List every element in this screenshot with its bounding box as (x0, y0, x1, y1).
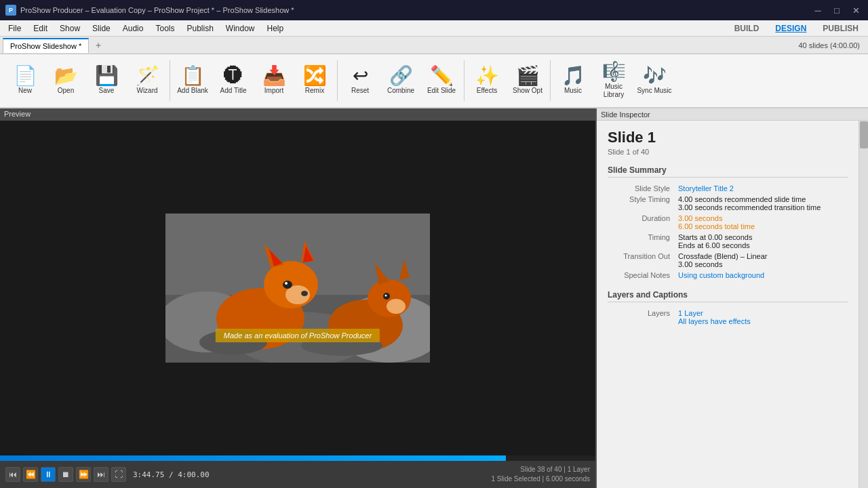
tab-add-button[interactable]: ＋ (92, 39, 105, 52)
duration-total-link[interactable]: 6.00 seconds total time (678, 222, 755, 230)
tab-proshow-slideshow[interactable]: ProShow Slideshow * (3, 38, 89, 53)
combine-icon: 🔗 (389, 66, 413, 85)
window-title: ProShow Producer – Evaluation Copy – Pro… (20, 6, 294, 14)
preview-panel: Preview (0, 108, 597, 488)
menu-slide[interactable]: Slide (87, 22, 116, 35)
build-design-publish: BUILD DESIGN PUBLISH (728, 22, 865, 35)
add-title-label: Add Title (220, 87, 247, 95)
toolbar-edit-slide[interactable]: ✏️ Edit Slide (422, 57, 461, 104)
preview-progress-fill[interactable] (0, 455, 506, 461)
music-library-label: Music Library (596, 83, 631, 99)
add-blank-label: Add Blank (177, 87, 208, 95)
toolbar-sync-music[interactable]: 🎶 Sync Music (635, 57, 674, 104)
titlebar-controls[interactable]: ─ □ ✕ (811, 3, 863, 17)
menu-publish[interactable]: Publish (181, 22, 218, 35)
time-display: 3:44.75 / 4:00.00 (133, 470, 210, 479)
toolbar-music[interactable]: 🎵 Music (553, 57, 593, 104)
music-icon: 🎵 (561, 66, 585, 85)
style-timing-label: Style Timing (608, 194, 675, 213)
forward-button[interactable]: ⏩ (76, 467, 91, 482)
layers-captions-title: Layers and Captions (608, 290, 848, 302)
save-icon: 💾 (95, 66, 119, 85)
style-timing-value: 4.00 seconds recommended slide time 3.00… (675, 194, 848, 213)
minimize-button[interactable]: ─ (811, 3, 825, 17)
svg-point-12 (283, 281, 292, 289)
menu-window[interactable]: Window (220, 22, 260, 35)
menu-help[interactable]: Help (262, 22, 290, 35)
duration-link[interactable]: 3.00 seconds (678, 214, 722, 222)
duration-label: Duration (608, 213, 675, 232)
publish-button[interactable]: PUBLISH (816, 22, 865, 35)
stop-button[interactable]: ⏹ (58, 467, 73, 482)
layers-value: 1 Layer All layers have effects (675, 308, 848, 327)
edit-slide-icon: ✏️ (430, 66, 454, 85)
toolbar-add-title[interactable]: 🅣 Add Title (214, 57, 253, 104)
open-icon: 📂 (54, 66, 78, 85)
preview-controls: ⏮ ⏪ ⏸ ⏹ ⏩ ⏭ ⛶ 3:44.75 / 4:00.00 Slide 38… (0, 461, 595, 488)
toolbar-show-opt[interactable]: 🎬 Show Opt (508, 57, 547, 104)
toolbar-music-library[interactable]: 🎼 Music Library (594, 57, 633, 104)
ffwd-button[interactable]: ⏭ (94, 467, 108, 482)
slide-summary-table: Slide Style Storyteller Title 2 Style Ti… (608, 183, 848, 281)
inspector-panel: Slide Inspector Slide 1 Slide 1 of 40 Sl… (597, 108, 868, 488)
import-icon: 📥 (262, 66, 286, 85)
style-value[interactable]: Storyteller Title 2 (678, 184, 734, 192)
toolbar-separator-2 (337, 60, 338, 101)
pause-button[interactable]: ⏸ (41, 467, 56, 482)
menu-file[interactable]: File (3, 22, 26, 35)
toolbar-effects[interactable]: ✨ Effects (467, 57, 507, 104)
slide-subtext: Slide 1 of 40 (608, 148, 848, 156)
save-label: Save (99, 87, 115, 95)
app-icon: P (5, 5, 16, 16)
menu-tools[interactable]: Tools (150, 22, 180, 35)
preview-image: Made as an evaluation of ProShow Produce… (165, 214, 430, 363)
back-button[interactable]: ⏪ (23, 467, 38, 482)
layers-label: Layers (608, 308, 675, 327)
music-label: Music (564, 87, 582, 95)
toolbar-wizard[interactable]: 🪄 Wizard (127, 57, 167, 104)
notes-value[interactable]: Using custom background (678, 271, 764, 279)
svg-point-14 (301, 291, 308, 296)
layers-effects[interactable]: All layers have effects (678, 317, 751, 325)
toolbar-combine[interactable]: 🔗 Combine (381, 57, 420, 104)
effects-icon: ✨ (475, 66, 499, 85)
toolbar-import[interactable]: 📥 Import (254, 57, 294, 104)
inspector-scroll-thumb[interactable] (860, 121, 868, 148)
toolbar-save[interactable]: 💾 Save (87, 57, 126, 104)
show-opt-icon: 🎬 (516, 66, 540, 85)
menu-audio[interactable]: Audio (117, 22, 149, 35)
maximize-button[interactable]: □ (830, 3, 844, 17)
fullscreen-button[interactable]: ⛶ (111, 467, 126, 482)
slide-info: Slide 38 of 40 | 1 Layer 1 Slide Selecte… (492, 465, 590, 484)
titlebar-left: P ProShow Producer – Evaluation Copy – P… (5, 5, 294, 16)
add-blank-icon: 📋 (181, 66, 205, 85)
edit-slide-label: Edit Slide (427, 87, 456, 95)
toolbar-open[interactable]: 📂 Open (46, 57, 85, 104)
remix-icon: 🔀 (303, 66, 327, 85)
main-layout: Preview (0, 108, 868, 488)
toolbar-add-blank[interactable]: 📋 Add Blank (173, 57, 212, 104)
inspector-scrollbar[interactable] (859, 121, 868, 488)
sync-music-label: Sync Music (637, 87, 671, 95)
toolbar-new[interactable]: 📄 New (5, 57, 45, 104)
transition-label: Transition Out (608, 251, 675, 270)
design-button[interactable]: DESIGN (768, 22, 813, 35)
slide-summary-title: Slide Summary (608, 165, 848, 178)
menu-show[interactable]: Show (54, 22, 85, 35)
reset-label: Reset (351, 87, 369, 95)
build-button[interactable]: BUILD (728, 22, 766, 35)
close-button[interactable]: ✕ (849, 3, 863, 17)
toolbar: 📄 New 📂 Open 💾 Save 🪄 Wizard 📋 Add Blank… (0, 54, 868, 108)
menu-edit[interactable]: Edit (28, 22, 53, 35)
preview-progress-bar[interactable] (0, 455, 595, 461)
rewind-button[interactable]: ⏮ (5, 467, 20, 482)
toolbar-remix[interactable]: 🔀 Remix (295, 57, 334, 104)
tabbar: ProShow Slideshow * ＋ 40 slides (4:00.00… (0, 37, 868, 54)
notes-label: Special Notes (608, 270, 675, 281)
toolbar-reset[interactable]: ↩ Reset (340, 57, 380, 104)
layers-count[interactable]: 1 Layer (678, 309, 703, 317)
svg-point-17 (387, 299, 406, 314)
titlebar: P ProShow Producer – Evaluation Copy – P… (0, 0, 868, 20)
timing-label: Timing (608, 232, 675, 251)
eval-watermark: Made as an evaluation of ProShow Produce… (216, 329, 380, 342)
